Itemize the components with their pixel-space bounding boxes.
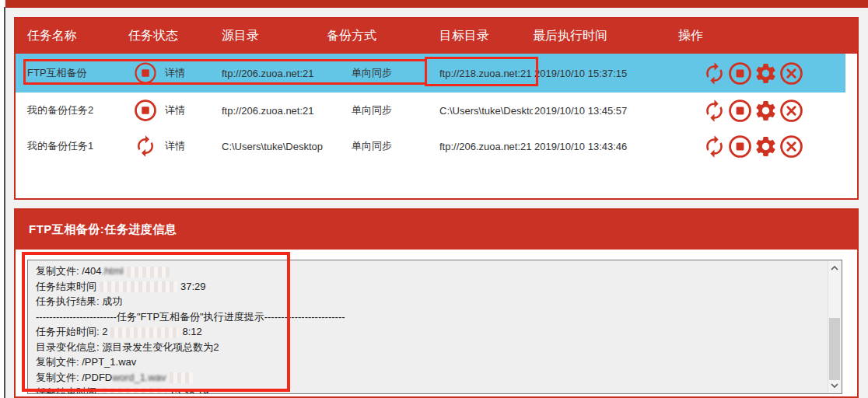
toolbar-bottom-strip xyxy=(5,0,868,8)
scrollbar-down-arrow-icon[interactable] xyxy=(828,379,841,392)
task-progress-panel: FTP互相备份:任务进度信息 复制文件: /404.html 任务结束时间37:… xyxy=(14,208,859,398)
sync-button[interactable] xyxy=(702,99,726,123)
header-task-name: 任务名称 xyxy=(16,28,128,44)
table-scroll-gutter xyxy=(845,54,857,200)
detail-link[interactable]: 详情 xyxy=(165,103,185,117)
backup-mode: 单向同步 xyxy=(327,139,439,153)
stop-status-icon xyxy=(134,61,157,85)
stop-button[interactable] xyxy=(728,99,752,123)
censor-patch xyxy=(110,327,179,338)
delete-x-button[interactable] xyxy=(779,99,803,123)
target-dir: C:\Users\tuke\Deskto xyxy=(439,105,533,117)
header-task-status: 任务状态 xyxy=(128,28,222,44)
progress-panel-title: FTP互相备份:任务进度信息 xyxy=(29,222,177,237)
log-line: 复制文件: /PDFDword_1.wav xyxy=(36,370,834,386)
censor-patch xyxy=(103,388,166,394)
task-name: FTP互相备份 xyxy=(16,66,128,80)
detail-link[interactable]: 详情 xyxy=(165,139,185,153)
log-line: 目录变化信息: 源目录发生变化项总数为2 xyxy=(36,340,834,355)
progress-panel-header: FTP互相备份:任务进度信息 xyxy=(16,210,857,250)
backup-mode: 单向同步 xyxy=(327,66,439,80)
header-target-dir: 目标目录 xyxy=(439,28,533,44)
log-line: 任务开始时间: 28:12 xyxy=(36,324,834,340)
header-operations: 操作 xyxy=(677,28,857,44)
source-dir: ftp://206.zuoa.net:21 xyxy=(222,105,327,117)
log-line: 任务结束时间:15:38:19 xyxy=(36,385,834,394)
running-sync-status-icon xyxy=(134,134,157,158)
sync-button[interactable] xyxy=(702,134,726,159)
log-line: 复制文件: /PPT_1.wav xyxy=(36,354,834,370)
target-dir: ftp://218.zuoa.net:21 xyxy=(439,68,533,79)
backup-mode: 单向同步 xyxy=(327,103,439,117)
task-list-panel: 任务名称 任务状态 源目录 备份方式 目标目录 最后执行时间 操作 FTP互相备… xyxy=(14,17,859,200)
target-dir: ftp://206.zuoa.net:21 xyxy=(439,141,533,152)
settings-gear-button[interactable] xyxy=(754,134,778,159)
table-row[interactable]: 我的备份任务1 详情 C:\Users\tuke\Desktop 单向同步 ft… xyxy=(16,128,857,164)
stop-status-icon xyxy=(134,99,157,122)
table-row[interactable]: FTP互相备份 详情 ftp://206.zuoa.net:21 单向同步 ft… xyxy=(16,54,857,93)
progress-log-content: 复制文件: /404.html 任务结束时间37:29 任务执行结果: 成功 -… xyxy=(28,260,842,394)
censor-patch xyxy=(170,372,193,383)
table-header-row: 任务名称 任务状态 源目录 备份方式 目标目录 最后执行时间 操作 xyxy=(16,19,857,54)
window-edge-line xyxy=(4,7,5,398)
log-line: 复制文件: /404.html xyxy=(36,264,834,279)
censor-patch xyxy=(100,281,177,292)
censor-patch xyxy=(127,267,170,278)
log-scrollbar[interactable] xyxy=(828,261,841,393)
detail-link[interactable]: 详情 xyxy=(165,66,185,80)
delete-x-button[interactable] xyxy=(779,134,803,159)
scrollbar-up-arrow-icon[interactable] xyxy=(828,262,841,274)
header-backup-mode: 备份方式 xyxy=(327,28,439,44)
settings-gear-button[interactable] xyxy=(754,61,778,86)
log-line: ------------------------任务"FTP互相备份"执行进度提… xyxy=(36,309,834,325)
sync-button[interactable] xyxy=(702,61,726,86)
last-run-time: 2019/10/10 13:43:46 xyxy=(533,141,677,152)
delete-x-button[interactable] xyxy=(779,61,803,86)
log-line: 任务执行结果: 成功 xyxy=(36,294,834,309)
task-name: 我的备份任务2 xyxy=(16,103,128,117)
settings-gear-button[interactable] xyxy=(754,99,778,123)
last-run-time: 2019/10/10 13:45:57 xyxy=(533,105,677,117)
progress-log-textarea[interactable]: 复制文件: /404.html 任务结束时间37:29 任务执行结果: 成功 -… xyxy=(27,260,842,394)
scrollbar-thumb[interactable] xyxy=(829,318,840,380)
log-line: 任务结束时间37:29 xyxy=(36,279,834,295)
source-dir: C:\Users\tuke\Desktop xyxy=(222,141,327,152)
task-name: 我的备份任务1 xyxy=(16,139,128,153)
header-source-dir: 源目录 xyxy=(222,28,327,44)
stop-button[interactable] xyxy=(728,134,752,159)
table-row[interactable]: 我的备份任务2 详情 ftp://206.zuoa.net:21 单向同步 C:… xyxy=(16,93,857,128)
header-last-run: 最后执行时间 xyxy=(533,28,677,44)
last-run-time: 2019/10/10 15:37:15 xyxy=(533,68,677,79)
stop-button[interactable] xyxy=(728,61,752,86)
source-dir: ftp://206.zuoa.net:21 xyxy=(222,68,327,79)
